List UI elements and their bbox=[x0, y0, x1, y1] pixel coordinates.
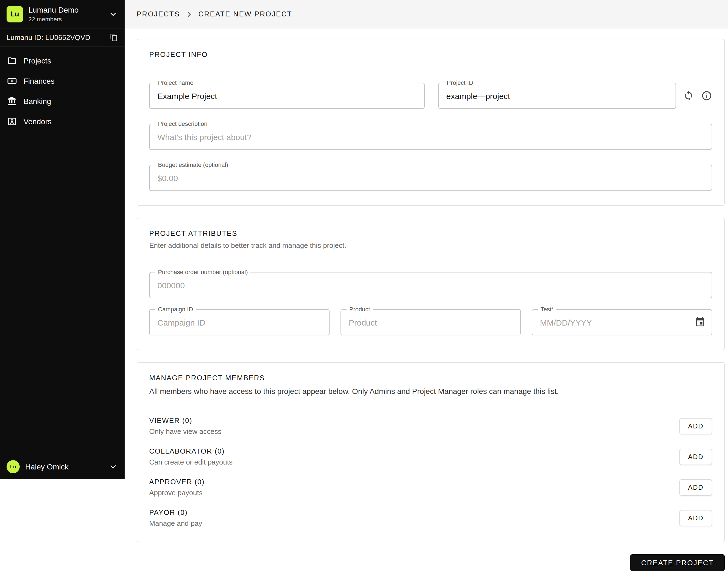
role-description: Approve payouts bbox=[149, 489, 205, 497]
copy-icon[interactable] bbox=[110, 33, 118, 42]
add-collaborator-button[interactable]: ADD bbox=[679, 448, 712, 465]
bank-icon bbox=[7, 96, 17, 106]
sidebar-item-vendors[interactable]: Vendors bbox=[0, 111, 125, 131]
role-row-approver: APPROVER (0) Approve payouts ADD bbox=[149, 478, 712, 497]
sidebar-item-banking[interactable]: Banking bbox=[0, 91, 125, 111]
divider bbox=[149, 403, 712, 403]
role-row-collaborator: COLLABORATOR (0) Can create or edit payo… bbox=[149, 447, 712, 466]
role-description: Manage and pay bbox=[149, 519, 202, 528]
campaign-id-label: Campaign ID bbox=[155, 305, 196, 314]
add-viewer-button[interactable]: ADD bbox=[679, 418, 712, 434]
divider bbox=[149, 257, 712, 257]
test-date-field: Test* bbox=[532, 309, 712, 335]
refresh-icon[interactable] bbox=[683, 90, 694, 101]
money-icon bbox=[7, 76, 17, 86]
budget-field: Budget estimate (optional) bbox=[149, 165, 712, 191]
manage-members-card: MANAGE PROJECT MEMBERS All members who h… bbox=[137, 362, 725, 542]
sidebar-item-projects[interactable]: Projects bbox=[0, 50, 125, 71]
role-name: PAYOR (0) bbox=[149, 508, 202, 516]
role-description: Only have view access bbox=[149, 427, 222, 436]
test-date-input[interactable] bbox=[532, 310, 711, 335]
role-row-payor: PAYOR (0) Manage and pay ADD bbox=[149, 508, 712, 528]
project-description-input[interactable] bbox=[150, 124, 711, 149]
main-area: PROJECTS CREATE NEW PROJECT PROJECT INFO… bbox=[125, 0, 728, 586]
budget-input[interactable] bbox=[150, 165, 711, 190]
purchase-order-label: Purchase order number (optional) bbox=[155, 268, 251, 276]
product-label: Product bbox=[346, 305, 373, 314]
lumanu-id-label: Lumanu ID: LU0652VQVD bbox=[6, 33, 110, 42]
org-logo: Lu bbox=[6, 6, 23, 22]
calendar-icon[interactable] bbox=[695, 317, 706, 328]
project-attributes-title: PROJECT ATTRIBUTES bbox=[149, 229, 712, 238]
project-description-label: Project description bbox=[155, 120, 210, 128]
project-name-field: Project name bbox=[149, 82, 424, 109]
project-name-label: Project name bbox=[155, 79, 196, 87]
project-description-field: Project description bbox=[149, 124, 712, 150]
project-id-field: Project ID bbox=[438, 82, 676, 109]
sidebar-nav: Projects Finances Banking bbox=[0, 47, 125, 454]
add-approver-button[interactable]: ADD bbox=[679, 479, 712, 495]
role-row-viewer: VIEWER (0) Only have view access ADD bbox=[149, 416, 712, 436]
project-info-title: PROJECT INFO bbox=[149, 50, 712, 58]
chevron-down-icon bbox=[108, 462, 118, 472]
add-payor-button[interactable]: ADD bbox=[679, 510, 712, 526]
create-project-button[interactable]: CREATE PROJECT bbox=[630, 554, 725, 571]
product-field: Product bbox=[340, 309, 521, 335]
test-date-label: Test* bbox=[538, 305, 557, 314]
sidebar-item-label: Finances bbox=[24, 76, 55, 85]
sidebar: Lu Lumanu Demo 22 members Lumanu ID: LU0… bbox=[0, 0, 125, 586]
chevron-right-icon bbox=[185, 10, 193, 18]
folder-icon bbox=[7, 55, 17, 65]
sidebar-item-label: Projects bbox=[24, 56, 51, 65]
divider bbox=[149, 66, 712, 66]
budget-label: Budget estimate (optional) bbox=[155, 161, 231, 169]
sidebar-item-finances[interactable]: Finances bbox=[0, 71, 125, 91]
breadcrumb-current: CREATE NEW PROJECT bbox=[199, 10, 292, 18]
purchase-order-field: Purchase order number (optional) bbox=[149, 272, 712, 298]
project-info-card: PROJECT INFO Project name Project ID bbox=[137, 39, 725, 206]
manage-members-title: MANAGE PROJECT MEMBERS bbox=[149, 374, 712, 382]
project-attributes-subtitle: Enter additional details to better track… bbox=[149, 241, 712, 249]
avatar: Lu bbox=[6, 460, 20, 473]
info-icon[interactable] bbox=[701, 90, 712, 101]
role-description: Can create or edit payouts bbox=[149, 458, 233, 466]
breadcrumb: PROJECTS CREATE NEW PROJECT bbox=[125, 0, 728, 28]
org-name: Lumanu Demo bbox=[28, 5, 103, 15]
role-name: VIEWER (0) bbox=[149, 416, 222, 424]
user-menu[interactable]: Lu Haley Omick bbox=[0, 454, 125, 479]
sidebar-item-label: Vendors bbox=[24, 117, 52, 126]
project-attributes-card: PROJECT ATTRIBUTES Enter additional deta… bbox=[137, 218, 725, 350]
role-name: COLLABORATOR (0) bbox=[149, 447, 233, 455]
chevron-down-icon bbox=[108, 9, 118, 19]
org-switcher[interactable]: Lu Lumanu Demo 22 members bbox=[0, 0, 125, 28]
campaign-id-field: Campaign ID bbox=[149, 309, 330, 335]
org-member-count: 22 members bbox=[28, 16, 103, 22]
role-name: APPROVER (0) bbox=[149, 478, 205, 486]
user-name: Haley Omick bbox=[25, 462, 103, 471]
manage-members-description: All members who have access to this proj… bbox=[149, 387, 712, 396]
sidebar-item-label: Banking bbox=[24, 97, 51, 105]
vendor-badge-icon bbox=[7, 116, 17, 126]
project-id-label: Project ID bbox=[444, 79, 476, 87]
breadcrumb-projects[interactable]: PROJECTS bbox=[137, 10, 180, 18]
